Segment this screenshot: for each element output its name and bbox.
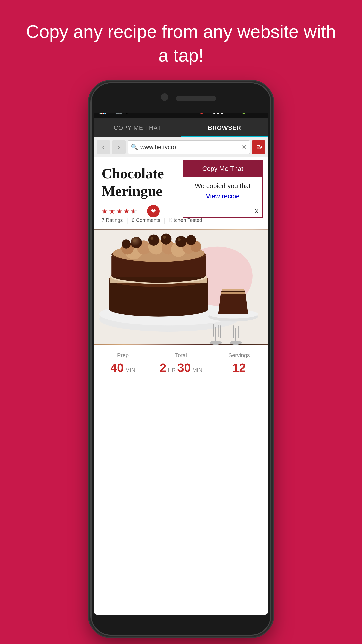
popup-close-button[interactable]: X xyxy=(183,207,262,217)
svg-marker-40 xyxy=(221,292,246,294)
back-button[interactable]: ‹ xyxy=(97,140,110,154)
total-label: Total xyxy=(152,352,210,359)
svg-point-34 xyxy=(150,237,153,240)
total-min-unit: MIN xyxy=(192,367,202,373)
star-1: ★ xyxy=(102,207,108,215)
volume-down-button xyxy=(90,184,92,202)
total-hr-unit: HR xyxy=(168,367,176,373)
recipe-stats-row: 7 Ratings | 6 Comments | Kitchen Tested xyxy=(102,217,260,224)
cake-illustration xyxy=(94,229,268,345)
popup-title: Copy Me That xyxy=(202,165,243,172)
svg-point-27 xyxy=(131,237,142,248)
tab-browser[interactable]: BROWSER xyxy=(181,118,268,137)
phone-wrapper: 📊 ⚠ 📷 💬 N 🔇 ◈ ▌▌▌ 57% 🔋 12:22 xyxy=(0,82,362,644)
back-icon: ‹ xyxy=(102,143,104,151)
forward-button[interactable]: › xyxy=(112,140,126,154)
svg-point-31 xyxy=(186,235,196,245)
popup-body: We copied you that View recipe xyxy=(183,177,262,207)
prep-label: Prep xyxy=(94,352,152,359)
svg-point-33 xyxy=(133,239,136,243)
url-clear-button[interactable]: ✕ xyxy=(242,144,247,151)
star-4: ★ xyxy=(123,207,130,215)
recipe-footer: Prep 40 MIN Total 2 HR 30 MIN xyxy=(94,345,268,382)
prep-value: 40 xyxy=(110,361,124,375)
comments-count: 6 Comments xyxy=(132,217,160,224)
speaker xyxy=(176,96,216,101)
tab-active-indicator xyxy=(181,136,268,137)
svg-point-47 xyxy=(210,341,222,345)
phone: 📊 ⚠ 📷 💬 N 🔇 ◈ ▌▌▌ 57% 🔋 12:22 xyxy=(90,82,272,636)
svg-point-30 xyxy=(175,236,186,247)
heart-button[interactable]: ❤ xyxy=(147,205,160,217)
svg-text:+: + xyxy=(260,146,261,149)
headline: Copy any recipe from any website with a … xyxy=(0,0,362,82)
popup-message: We copied you that xyxy=(188,182,257,190)
stars-display: ★ ★ ★ ★ ★★ xyxy=(102,207,137,215)
recipe-header: ChocolateMeringue ★ ★ ★ ★ ★★ xyxy=(94,157,268,229)
svg-point-32 xyxy=(122,240,131,249)
kitchen-tested: Kitchen Tested xyxy=(169,217,202,224)
total-hr-value: 2 xyxy=(160,361,166,375)
view-recipe-link[interactable]: View recipe xyxy=(188,192,257,200)
total-value-row: 2 HR 30 MIN xyxy=(152,361,210,375)
ratings-count: 7 Ratings xyxy=(102,217,123,224)
svg-point-36 xyxy=(178,238,181,242)
total-min-value: 30 xyxy=(177,361,191,375)
forward-icon: › xyxy=(118,143,120,151)
svg-point-51 xyxy=(230,341,242,345)
popup-header: Copy Me That xyxy=(183,160,262,177)
total-time-stat: Total 2 HR 30 MIN xyxy=(152,352,210,375)
phone-top xyxy=(92,83,270,113)
tab-copy-me-that[interactable]: COPY ME THAT xyxy=(94,118,181,137)
star-ratings: ★ ★ ★ ★ ★★ xyxy=(102,207,137,215)
browser-menu-button[interactable]: + xyxy=(252,140,265,154)
svg-marker-39 xyxy=(218,294,248,314)
browser-bar: ‹ › 🔍 www.bettycro ✕ + xyxy=(94,137,268,157)
star-5-half: ★★ xyxy=(131,207,137,215)
prep-value-row: 40 MIN xyxy=(94,361,152,375)
app-tabs: COPY ME THAT BROWSER xyxy=(94,118,268,137)
servings-value: 12 xyxy=(232,361,246,375)
search-icon: 🔍 xyxy=(131,144,138,150)
svg-point-35 xyxy=(163,236,166,239)
phone-screen: 📊 ⚠ 📷 💬 N 🔇 ◈ ▌▌▌ 57% 🔋 12:22 xyxy=(94,103,268,615)
svg-marker-41 xyxy=(221,291,245,292)
url-bar[interactable]: 🔍 www.bettycro ✕ xyxy=(128,140,250,154)
svg-point-28 xyxy=(148,235,159,246)
servings-value-row: 12 xyxy=(210,361,268,375)
prep-time-stat: Prep 40 MIN xyxy=(94,352,152,375)
url-text: www.bettycro xyxy=(140,144,239,151)
filter-icon: + xyxy=(255,143,262,151)
svg-point-29 xyxy=(161,234,171,245)
volume-up-button xyxy=(90,159,92,176)
servings-stat: Servings 12 xyxy=(210,352,268,375)
copy-popup: Copy Me That We copied you that View rec… xyxy=(183,160,263,218)
servings-label: Servings xyxy=(210,352,268,359)
camera xyxy=(161,93,168,101)
recipe-image xyxy=(94,229,268,345)
power-button xyxy=(270,171,272,196)
star-2: ★ xyxy=(109,207,115,215)
prep-unit: MIN xyxy=(125,367,135,373)
svg-marker-42 xyxy=(222,289,245,291)
star-3: ★ xyxy=(116,207,122,215)
recipe-content: ChocolateMeringue ★ ★ ★ ★ ★★ xyxy=(94,157,268,382)
